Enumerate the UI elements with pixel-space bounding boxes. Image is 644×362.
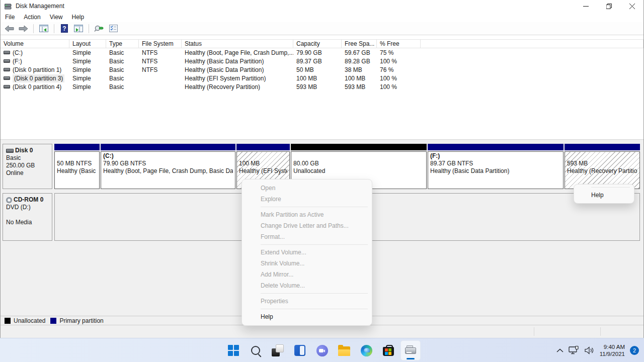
- volume-icon: [4, 85, 10, 88]
- toolbar: ?: [1, 22, 643, 35]
- disk-icon: [6, 149, 14, 153]
- menu-item-format[interactable]: Format...: [242, 231, 372, 242]
- forward-icon[interactable]: [18, 24, 29, 34]
- network-icon[interactable]: [569, 346, 580, 355]
- widgets-button[interactable]: [290, 340, 310, 360]
- column-header-type[interactable]: Type: [106, 40, 139, 48]
- menu-item-change-drive-letter[interactable]: Change Drive Letter and Paths...: [242, 220, 372, 231]
- show-action-pane-icon[interactable]: [73, 24, 84, 34]
- column-header-capacity[interactable]: Capacity: [293, 40, 342, 48]
- menu-file[interactable]: File: [1, 13, 19, 22]
- store-button[interactable]: [378, 340, 398, 360]
- partition-color-bar: [54, 144, 100, 150]
- table-row[interactable]: (Disk 0 partition 1) Simple Basic NTFS H…: [1, 65, 643, 74]
- window-title: Disk Management: [16, 3, 64, 10]
- menu-bar: File Action View Help: [1, 12, 643, 22]
- menu-action[interactable]: Action: [19, 13, 45, 22]
- volume-name: (Disk 0 partition 4): [13, 83, 61, 90]
- column-header-volume[interactable]: Volume: [1, 40, 69, 48]
- volume-icon: [4, 76, 10, 80]
- menu-item-add-mirror[interactable]: Add Mirror...: [242, 269, 372, 280]
- column-header-pctfree[interactable]: % Free: [377, 40, 421, 48]
- disk0-size: 250.00 GB: [6, 162, 49, 169]
- volume-icon[interactable]: [585, 346, 595, 354]
- table-row[interactable]: (F:) Simple Basic NTFS Healthy (Basic Da…: [1, 57, 643, 65]
- svg-text:?: ?: [62, 25, 66, 32]
- disk0-panel[interactable]: Disk 0 Basic 250.00 GB Online: [3, 144, 52, 189]
- search-button[interactable]: [246, 340, 266, 360]
- menu-item-help[interactable]: Help: [242, 311, 372, 322]
- partition-50mb[interactable]: 50 MB NTFS Healthy (Basic Data Partition…: [54, 144, 100, 189]
- volume-icon: [4, 59, 10, 63]
- legend-unallocated: Unallocated: [5, 317, 45, 324]
- primary-partition-swatch: [50, 318, 56, 324]
- disk-management-icon: [405, 345, 417, 355]
- close-button[interactable]: [620, 0, 643, 12]
- menu-separator: [261, 244, 368, 245]
- menu-item-mark-partition-active[interactable]: Mark Partition as Active: [242, 209, 372, 220]
- tray-date: 11/9/2021: [600, 350, 625, 357]
- menu-item-delete-volume[interactable]: Delete Volume...: [242, 280, 372, 291]
- menu-help[interactable]: Help: [67, 13, 89, 22]
- refresh-view-icon[interactable]: [94, 24, 105, 34]
- restore-button[interactable]: [597, 0, 620, 12]
- table-row[interactable]: (C:) Simple Basic NTFS Healthy (Boot, Pa…: [1, 48, 643, 57]
- notification-badge[interactable]: 2: [630, 346, 639, 355]
- store-icon: [383, 347, 394, 356]
- volume-name: (Disk 0 partition 1): [13, 66, 61, 73]
- system-tray: 9:40 AM 11/9/2021 2: [556, 338, 639, 362]
- cdrom-icon: [6, 197, 12, 203]
- file-explorer-button[interactable]: [334, 340, 354, 360]
- partition-c[interactable]: (C:) 79.90 GB NTFS Healthy (Boot, Page F…: [101, 144, 235, 189]
- menu-item-open[interactable]: Open: [242, 183, 372, 194]
- column-header-filesystem[interactable]: File System: [139, 40, 182, 48]
- tray-time: 9:40 AM: [600, 343, 625, 350]
- menu-item-explore[interactable]: Explore: [242, 194, 372, 205]
- menu-item-properties[interactable]: Properties: [242, 296, 372, 307]
- chat-button[interactable]: [312, 340, 332, 360]
- back-icon[interactable]: [4, 24, 15, 34]
- start-button[interactable]: [223, 340, 244, 360]
- help-popup: Help: [574, 184, 634, 204]
- cdrom-status: No Media: [6, 219, 49, 226]
- disk-list-icon[interactable]: [108, 24, 119, 34]
- minimize-button[interactable]: [574, 0, 597, 12]
- disk-management-taskbar-button[interactable]: [400, 340, 421, 360]
- volume-name: (Disk 0 partition 3): [13, 74, 64, 82]
- column-header-freespace[interactable]: Free Spa...: [342, 40, 377, 48]
- edge-button[interactable]: [356, 340, 376, 360]
- widgets-icon: [294, 345, 305, 356]
- taskbar-icons: [0, 338, 644, 362]
- disk0-type: Basic: [6, 154, 49, 162]
- disk0-status: Online: [6, 169, 49, 177]
- partition-color-bar: [565, 144, 640, 150]
- partition-color-bar: [428, 144, 564, 150]
- context-menu: Open Explore Mark Partition as Active Ch…: [242, 179, 372, 326]
- column-header-status[interactable]: Status: [182, 40, 293, 48]
- toolbar-separator: [89, 24, 89, 33]
- volume-icon: [4, 51, 10, 54]
- partition-f[interactable]: (F:) 89.37 GB NTFS Healthy (Basic Data P…: [428, 144, 564, 189]
- clock[interactable]: 9:40 AM 11/9/2021: [600, 343, 625, 357]
- menu-item-shrink-volume[interactable]: Shrink Volume...: [242, 258, 372, 269]
- table-row[interactable]: (Disk 0 partition 4) Simple Basic Health…: [1, 82, 643, 91]
- task-view-button[interactable]: [268, 340, 288, 360]
- menu-view[interactable]: View: [45, 13, 67, 22]
- edge-icon: [361, 345, 372, 356]
- show-console-tree-icon[interactable]: [38, 24, 49, 34]
- tray-chevron-up-icon[interactable]: [556, 348, 564, 353]
- unallocated-swatch: [5, 318, 11, 324]
- cdrom-name: CD-ROM 0: [14, 196, 43, 204]
- menu-separator: [261, 207, 368, 207]
- legend-primary-partition: Primary partition: [50, 317, 103, 324]
- popup-help-item[interactable]: Help: [574, 190, 634, 201]
- cdrom-panel[interactable]: CD-ROM 0 DVD (D:) No Media: [3, 193, 52, 241]
- table-row-selected[interactable]: (Disk 0 partition 3) Simple Basic Health…: [1, 74, 643, 82]
- menu-item-extend-volume[interactable]: Extend Volume...: [242, 247, 372, 258]
- title-bar: Disk Management: [1, 0, 643, 12]
- partition-recovery[interactable]: 593 MB Healthy (Recovery Partition): [565, 144, 640, 189]
- column-header-layout[interactable]: Layout: [69, 40, 106, 48]
- taskbar: 9:40 AM 11/9/2021 2: [0, 338, 644, 362]
- help-icon[interactable]: ?: [59, 24, 70, 34]
- app-icon: [5, 3, 12, 10]
